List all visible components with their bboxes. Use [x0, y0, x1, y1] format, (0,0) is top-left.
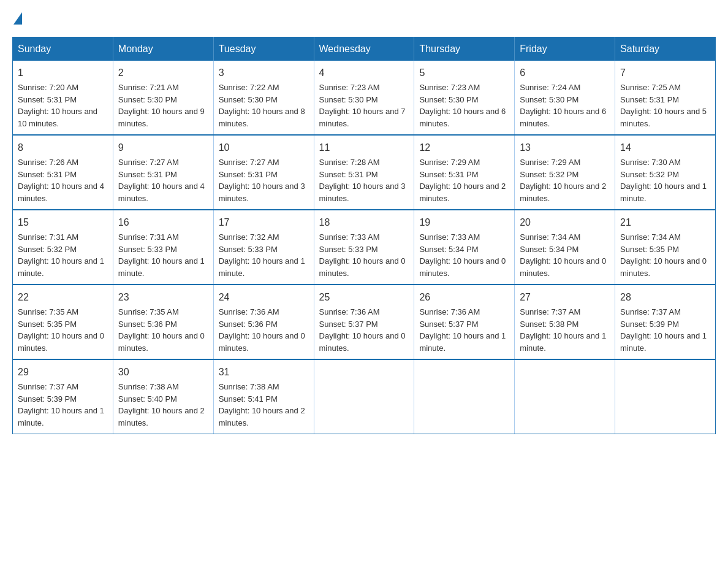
day-number: 25 [319, 290, 409, 305]
calendar-cell: 11Sunrise: 7:28 AMSunset: 5:31 PMDayligh… [314, 135, 414, 210]
day-number: 23 [118, 290, 208, 305]
column-header-monday: Monday [113, 37, 213, 61]
calendar-cell: 28Sunrise: 7:37 AMSunset: 5:39 PMDayligh… [615, 285, 716, 359]
day-number: 20 [520, 215, 610, 230]
calendar-week-row: 8Sunrise: 7:26 AMSunset: 5:31 PMDaylight… [13, 135, 716, 210]
day-info: Sunrise: 7:36 AMSunset: 5:37 PMDaylight:… [319, 307, 406, 353]
calendar-cell: 23Sunrise: 7:35 AMSunset: 5:36 PMDayligh… [113, 285, 213, 359]
day-number: 26 [419, 290, 509, 305]
day-info: Sunrise: 7:30 AMSunset: 5:32 PMDaylight:… [620, 158, 707, 203]
column-header-tuesday: Tuesday [213, 37, 314, 61]
calendar-cell [414, 359, 515, 434]
day-info: Sunrise: 7:23 AMSunset: 5:30 PMDaylight:… [419, 83, 506, 128]
calendar-cell: 22Sunrise: 7:35 AMSunset: 5:35 PMDayligh… [13, 285, 113, 359]
day-info: Sunrise: 7:31 AMSunset: 5:33 PMDaylight:… [118, 232, 205, 278]
calendar-cell: 26Sunrise: 7:36 AMSunset: 5:37 PMDayligh… [414, 285, 515, 359]
day-info: Sunrise: 7:33 AMSunset: 5:34 PMDaylight:… [419, 232, 506, 278]
calendar-cell: 19Sunrise: 7:33 AMSunset: 5:34 PMDayligh… [414, 210, 515, 285]
calendar-cell: 1Sunrise: 7:20 AMSunset: 5:31 PMDaylight… [13, 61, 113, 135]
calendar-cell: 3Sunrise: 7:22 AMSunset: 5:30 PMDaylight… [213, 61, 314, 135]
calendar-cell [615, 359, 716, 434]
day-number: 2 [118, 66, 208, 80]
day-info: Sunrise: 7:35 AMSunset: 5:35 PMDaylight:… [18, 307, 104, 353]
day-info: Sunrise: 7:27 AMSunset: 5:31 PMDaylight:… [118, 158, 205, 203]
logo-triangle-icon [13, 12, 22, 25]
day-number: 28 [620, 290, 710, 305]
calendar-cell: 31Sunrise: 7:38 AMSunset: 5:41 PMDayligh… [213, 359, 314, 434]
calendar-week-row: 15Sunrise: 7:31 AMSunset: 5:32 PMDayligh… [13, 210, 716, 285]
calendar-cell: 13Sunrise: 7:29 AMSunset: 5:32 PMDayligh… [515, 135, 615, 210]
calendar-week-row: 1Sunrise: 7:20 AMSunset: 5:31 PMDaylight… [13, 61, 716, 135]
column-header-thursday: Thursday [414, 37, 515, 61]
calendar-cell: 16Sunrise: 7:31 AMSunset: 5:33 PMDayligh… [113, 210, 213, 285]
calendar-cell: 10Sunrise: 7:27 AMSunset: 5:31 PMDayligh… [213, 135, 314, 210]
calendar-cell: 25Sunrise: 7:36 AMSunset: 5:37 PMDayligh… [314, 285, 414, 359]
column-header-saturday: Saturday [615, 37, 716, 61]
day-number: 15 [18, 215, 108, 230]
calendar-week-row: 22Sunrise: 7:35 AMSunset: 5:35 PMDayligh… [13, 285, 716, 359]
calendar-cell: 2Sunrise: 7:21 AMSunset: 5:30 PMDaylight… [113, 61, 213, 135]
day-number: 7 [620, 66, 710, 80]
day-number: 31 [219, 365, 309, 380]
day-info: Sunrise: 7:37 AMSunset: 5:39 PMDaylight:… [18, 382, 104, 427]
day-info: Sunrise: 7:37 AMSunset: 5:38 PMDaylight:… [520, 307, 606, 353]
calendar-cell: 18Sunrise: 7:33 AMSunset: 5:33 PMDayligh… [314, 210, 414, 285]
day-number: 11 [319, 140, 409, 155]
day-number: 21 [620, 215, 710, 230]
calendar-cell: 24Sunrise: 7:36 AMSunset: 5:36 PMDayligh… [213, 285, 314, 359]
column-header-friday: Friday [515, 37, 615, 61]
day-info: Sunrise: 7:35 AMSunset: 5:36 PMDaylight:… [118, 307, 205, 353]
day-info: Sunrise: 7:31 AMSunset: 5:32 PMDaylight:… [18, 232, 104, 278]
day-number: 16 [118, 215, 208, 230]
day-info: Sunrise: 7:23 AMSunset: 5:30 PMDaylight:… [319, 83, 406, 128]
day-info: Sunrise: 7:32 AMSunset: 5:33 PMDaylight:… [219, 232, 305, 278]
day-info: Sunrise: 7:34 AMSunset: 5:34 PMDaylight:… [520, 232, 606, 278]
day-number: 5 [419, 66, 509, 80]
day-number: 8 [18, 140, 108, 155]
day-info: Sunrise: 7:38 AMSunset: 5:41 PMDaylight:… [219, 382, 305, 427]
day-info: Sunrise: 7:29 AMSunset: 5:32 PMDaylight:… [520, 158, 606, 203]
day-number: 4 [319, 66, 409, 80]
calendar-cell: 14Sunrise: 7:30 AMSunset: 5:32 PMDayligh… [615, 135, 716, 210]
calendar-cell: 27Sunrise: 7:37 AMSunset: 5:38 PMDayligh… [515, 285, 615, 359]
day-info: Sunrise: 7:22 AMSunset: 5:30 PMDaylight:… [219, 83, 305, 128]
day-number: 14 [620, 140, 710, 155]
calendar-header-row: SundayMondayTuesdayWednesdayThursdayFrid… [13, 37, 716, 61]
calendar-cell: 8Sunrise: 7:26 AMSunset: 5:31 PMDaylight… [13, 135, 113, 210]
column-header-wednesday: Wednesday [314, 37, 414, 61]
day-number: 27 [520, 290, 610, 305]
day-number: 19 [419, 215, 509, 230]
day-number: 6 [520, 66, 610, 80]
day-number: 1 [18, 66, 108, 80]
day-number: 12 [419, 140, 509, 155]
calendar-cell: 7Sunrise: 7:25 AMSunset: 5:31 PMDaylight… [615, 61, 716, 135]
day-number: 3 [219, 66, 309, 80]
calendar-cell: 5Sunrise: 7:23 AMSunset: 5:30 PMDaylight… [414, 61, 515, 135]
calendar-table: SundayMondayTuesdayWednesdayThursdayFrid… [12, 37, 716, 434]
day-number: 10 [219, 140, 309, 155]
logo [12, 12, 23, 25]
calendar-cell: 15Sunrise: 7:31 AMSunset: 5:32 PMDayligh… [13, 210, 113, 285]
day-number: 29 [18, 365, 108, 380]
day-info: Sunrise: 7:29 AMSunset: 5:31 PMDaylight:… [419, 158, 506, 203]
day-number: 9 [118, 140, 208, 155]
day-info: Sunrise: 7:37 AMSunset: 5:39 PMDaylight:… [620, 307, 707, 353]
day-info: Sunrise: 7:25 AMSunset: 5:31 PMDaylight:… [620, 83, 707, 128]
day-info: Sunrise: 7:21 AMSunset: 5:30 PMDaylight:… [118, 83, 205, 128]
day-info: Sunrise: 7:36 AMSunset: 5:36 PMDaylight:… [219, 307, 305, 353]
day-info: Sunrise: 7:20 AMSunset: 5:31 PMDaylight:… [18, 83, 97, 128]
calendar-week-row: 29Sunrise: 7:37 AMSunset: 5:39 PMDayligh… [13, 359, 716, 434]
calendar-cell: 17Sunrise: 7:32 AMSunset: 5:33 PMDayligh… [213, 210, 314, 285]
calendar-cell: 20Sunrise: 7:34 AMSunset: 5:34 PMDayligh… [515, 210, 615, 285]
calendar-cell: 6Sunrise: 7:24 AMSunset: 5:30 PMDaylight… [515, 61, 615, 135]
day-number: 24 [219, 290, 309, 305]
day-number: 17 [219, 215, 309, 230]
calendar-cell: 21Sunrise: 7:34 AMSunset: 5:35 PMDayligh… [615, 210, 716, 285]
day-info: Sunrise: 7:27 AMSunset: 5:31 PMDaylight:… [219, 158, 305, 203]
day-number: 13 [520, 140, 610, 155]
calendar-cell: 12Sunrise: 7:29 AMSunset: 5:31 PMDayligh… [414, 135, 515, 210]
day-info: Sunrise: 7:26 AMSunset: 5:31 PMDaylight:… [18, 158, 104, 203]
page-header [12, 12, 716, 25]
day-number: 22 [18, 290, 108, 305]
day-info: Sunrise: 7:34 AMSunset: 5:35 PMDaylight:… [620, 232, 707, 278]
